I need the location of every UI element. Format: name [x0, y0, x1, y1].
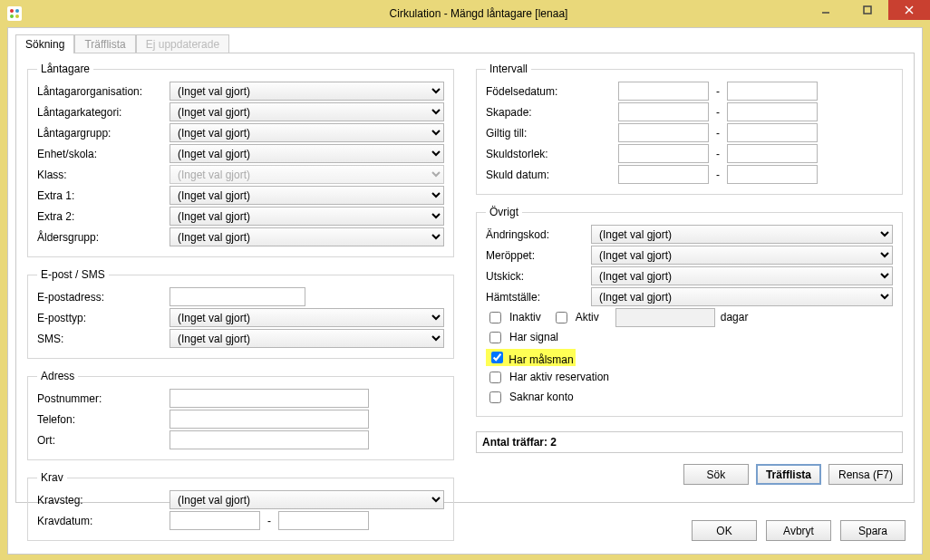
maximize-button[interactable]: [847, 0, 888, 20]
input-epostadress[interactable]: [170, 287, 305, 306]
combo-kravsteg[interactable]: (Inget val gjort): [170, 490, 444, 509]
label-har-malsman: Har målsman: [509, 353, 573, 366]
label-har-aktiv-res: Har aktiv reservation: [509, 371, 609, 383]
tab-strip: Sökning Träfflista Ej uppdaterade: [8, 28, 922, 53]
result-count: Antal träffar: 2: [476, 431, 903, 453]
app-icon: [7, 6, 22, 21]
tab-ej-uppdaterade: Ej uppdaterade: [136, 34, 229, 53]
input-skuldstorlek-from[interactable]: [618, 144, 709, 163]
input-giltig-from[interactable]: [618, 123, 709, 142]
svg-rect-5: [864, 6, 871, 14]
combo-andringskod[interactable]: (Inget val gjort): [591, 225, 893, 244]
legend-intervall: Intervall: [486, 63, 531, 75]
combo-kategori[interactable]: (Inget val gjort): [170, 102, 444, 121]
client-area: Sökning Träfflista Ej uppdaterade Låntag…: [7, 27, 923, 555]
checkbox-inaktiv[interactable]: [489, 312, 501, 323]
label-har-signal: Har signal: [509, 331, 558, 343]
label-fodelsedatum: Födelsedatum:: [486, 85, 613, 98]
input-skulddatum-from[interactable]: [618, 165, 709, 184]
legend-krav: Krav: [37, 471, 67, 484]
label-giltig: Giltig till:: [486, 127, 613, 140]
label-kravsteg: Kravsteg:: [37, 494, 164, 507]
label-skulddatum: Skuld datum:: [486, 169, 613, 181]
label-eposttyp: E-posttyp:: [37, 312, 164, 324]
search-button-row: Sök Träfflista Rensa (F7): [476, 464, 903, 485]
group-epost: E-post / SMS E-postadress: E-posttyp:(In…: [27, 268, 454, 359]
label-inaktiv: Inaktiv: [509, 311, 541, 323]
combo-alder[interactable]: (Inget val gjort): [170, 227, 444, 246]
checkbox-har-malsman[interactable]: [491, 352, 503, 363]
sok-button[interactable]: Sök: [683, 464, 749, 485]
input-telefon[interactable]: [170, 410, 369, 429]
input-kravdatum-to[interactable]: [278, 511, 369, 530]
label-epostadress: E-postadress:: [37, 291, 164, 304]
input-giltig-to[interactable]: [727, 123, 818, 142]
input-fodelsedatum-to[interactable]: [727, 82, 818, 101]
label-dagar: dagar: [721, 311, 749, 323]
input-skuldstorlek-to[interactable]: [727, 144, 818, 163]
input-dagar: [615, 308, 715, 327]
input-skapade-to[interactable]: [727, 102, 818, 121]
group-ovrigt: Övrigt Ändringskod:(Inget val gjort) Mer…: [476, 206, 903, 417]
combo-utskick[interactable]: (Inget val gjort): [591, 266, 893, 285]
tab-sokning[interactable]: Sökning: [15, 34, 74, 53]
label-kategori: Låntagarkategori:: [37, 106, 164, 119]
minimize-button[interactable]: [805, 0, 847, 20]
input-skapade-from[interactable]: [618, 102, 709, 121]
combo-enhet[interactable]: (Inget val gjort): [170, 144, 444, 163]
group-intervall: Intervall Födelsedatum:- Skapade:- Gilti…: [476, 63, 903, 195]
avbryt-button[interactable]: Avbryt: [766, 520, 831, 541]
window-title: Cirkulation - Mängd låntagare [lenaa]: [27, 7, 930, 20]
svg-point-0: [10, 9, 14, 13]
label-extra2: Extra 2:: [37, 210, 164, 223]
titlebar: Cirkulation - Mängd låntagare [lenaa]: [0, 0, 930, 27]
label-klass: Klass:: [37, 169, 164, 181]
input-fodelsedatum-from[interactable]: [618, 82, 709, 101]
combo-organisation[interactable]: (Inget val gjort): [170, 82, 444, 101]
label-alder: Åldersgrupp:: [37, 231, 164, 244]
tab-trafflista[interactable]: Träfflista: [74, 34, 135, 53]
label-grupp: Låntagargrupp:: [37, 127, 164, 140]
legend-lantagare: Låntagare: [37, 63, 93, 75]
left-column: Låntagare Låntagarorganisation:(Inget va…: [27, 63, 454, 493]
label-extra1: Extra 1:: [37, 189, 164, 202]
combo-eposttyp[interactable]: (Inget val gjort): [170, 308, 444, 327]
label-enhet: Enhet/skola:: [37, 148, 164, 160]
label-kravdatum: Kravdatum:: [37, 515, 164, 527]
label-ort: Ort:: [37, 434, 164, 447]
combo-sms[interactable]: (Inget val gjort): [170, 329, 444, 348]
highlight-har-malsman: Har målsman: [486, 349, 576, 366]
checkbox-har-signal[interactable]: [489, 332, 501, 343]
label-andringskod: Ändringskod:: [486, 228, 586, 241]
checkbox-aktiv[interactable]: [556, 312, 567, 323]
window: Cirkulation - Mängd låntagare [lenaa] Sö…: [0, 0, 930, 560]
trafflista-button[interactable]: Träfflista: [756, 464, 821, 485]
label-skuldstorlek: Skuldstorlek:: [486, 148, 613, 160]
legend-epost: E-post / SMS: [37, 268, 109, 281]
svg-point-2: [10, 14, 14, 18]
close-button[interactable]: [888, 0, 930, 20]
svg-point-1: [15, 9, 19, 13]
rensa-button[interactable]: Rensa (F7): [828, 464, 903, 485]
label-organisation: Låntagarorganisation:: [37, 85, 164, 98]
input-postnr[interactable]: [170, 389, 369, 408]
combo-meroppet[interactable]: (Inget val gjort): [591, 246, 893, 265]
ok-button[interactable]: OK: [692, 520, 757, 541]
label-meroppet: Meröppet:: [486, 249, 586, 262]
label-sms: SMS:: [37, 333, 164, 345]
combo-extra1[interactable]: (Inget val gjort): [170, 186, 444, 205]
combo-hamtstalle[interactable]: (Inget val gjort): [591, 287, 893, 306]
input-kravdatum-from[interactable]: [170, 511, 260, 530]
combo-grupp[interactable]: (Inget val gjort): [170, 123, 444, 142]
checkbox-har-aktiv-res[interactable]: [489, 372, 501, 383]
spara-button[interactable]: Spara: [840, 520, 906, 541]
checkbox-saknar-konto[interactable]: [489, 391, 501, 403]
label-saknar-konto: Saknar konto: [509, 391, 574, 403]
label-utskick: Utskick:: [486, 270, 586, 283]
input-skulddatum-to[interactable]: [727, 165, 818, 184]
label-telefon: Telefon:: [37, 413, 164, 426]
input-ort[interactable]: [170, 430, 369, 449]
legend-ovrigt: Övrigt: [486, 206, 522, 218]
combo-extra2[interactable]: (Inget val gjort): [170, 207, 444, 226]
legend-adress: Adress: [37, 370, 78, 382]
